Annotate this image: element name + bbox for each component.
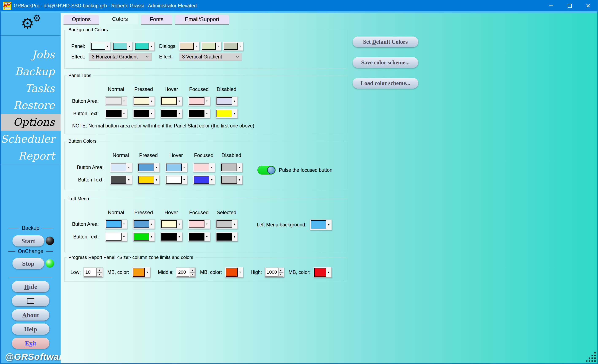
- spin-up-button[interactable]: ▲: [278, 268, 283, 272]
- dropdown-arrow-icon: ▼: [205, 110, 209, 117]
- svg-text:P: P: [3, 5, 5, 8]
- exit-button[interactable]: Exit: [12, 338, 49, 349]
- sidebar-separator: [9, 277, 52, 277]
- sidebar-item-jobs[interactable]: Jobs: [1, 46, 61, 63]
- paneltab-text-hover-swatch[interactable]: ▼: [160, 109, 182, 118]
- spin-up-button[interactable]: ▲: [190, 268, 195, 272]
- paneltab-text-disabled-swatch[interactable]: ▼: [216, 109, 238, 118]
- pulse-focused-toggle[interactable]: [257, 166, 275, 174]
- dropdown-arrow-icon: ▼: [326, 268, 331, 277]
- leftmenu-text-selected-swatch[interactable]: ▼: [216, 232, 238, 241]
- tab-bar: Options Colors Fonts Email/Support: [64, 14, 229, 25]
- feedback-button[interactable]: [12, 295, 49, 306]
- title-bar: P GRBackPro - d:\@GR\HD-SSD-backup.grb -…: [1, 0, 597, 11]
- resize-grip[interactable]: [586, 352, 596, 362]
- leftmenu-text-focused-swatch[interactable]: ▼: [188, 232, 210, 241]
- sidebar-item-report[interactable]: Report: [1, 148, 61, 164]
- high-color-swatch[interactable]: ▼: [313, 267, 332, 277]
- low-color-swatch[interactable]: ▼: [132, 267, 150, 277]
- about-button[interactable]: About: [12, 309, 49, 321]
- close-icon: ✕: [586, 2, 590, 9]
- panel-end-color-swatch[interactable]: ▼: [134, 42, 154, 51]
- brand-label: @GRSoftware: [5, 352, 68, 362]
- middle-color-swatch[interactable]: ▼: [225, 267, 243, 277]
- save-color-scheme-button[interactable]: Save color scheme...: [353, 57, 418, 68]
- button-text-pressed-swatch[interactable]: ▼: [138, 175, 159, 184]
- dialog-start-color-swatch[interactable]: ▼: [179, 42, 199, 51]
- mb-color-label: MB, color:: [289, 269, 311, 275]
- leftmenu-area-normal-swatch[interactable]: ▼: [105, 219, 127, 229]
- leftmenu-area-selected-swatch[interactable]: ▼: [216, 219, 238, 229]
- panel-middle-color-swatch[interactable]: ▼: [112, 42, 133, 51]
- maximize-button[interactable]: [560, 0, 579, 11]
- spin-down-button[interactable]: ▼: [190, 273, 195, 277]
- paneltab-area-focused-swatch[interactable]: ▼: [188, 96, 210, 106]
- button-area-pressed-swatch[interactable]: ▼: [138, 163, 159, 172]
- spin-up-button[interactable]: ▲: [97, 268, 102, 272]
- leftmenu-area-hover-swatch[interactable]: ▼: [160, 219, 182, 229]
- close-button[interactable]: ✕: [579, 0, 597, 11]
- leftmenu-area-pressed-swatch[interactable]: ▼: [133, 219, 155, 229]
- low-mb-input[interactable]: [84, 268, 97, 277]
- button-area-hover-swatch[interactable]: ▼: [165, 163, 187, 172]
- leftmenu-area-focused-swatch[interactable]: ▼: [188, 219, 210, 229]
- high-mb-spinner: ▲▼: [265, 267, 284, 277]
- sidebar-item-backup[interactable]: Backup: [1, 63, 61, 80]
- left-menu-background-swatch[interactable]: ▼: [310, 219, 332, 230]
- dialog-middle-color-swatch[interactable]: ▼: [201, 42, 221, 51]
- middle-mb-input[interactable]: [177, 268, 189, 277]
- window-controls: ✕: [542, 0, 597, 11]
- button-text-disabled-swatch[interactable]: ▼: [221, 175, 242, 184]
- dialog-end-color-swatch[interactable]: ▼: [223, 42, 243, 51]
- sidebar-item-restore[interactable]: Restore: [1, 97, 61, 114]
- tab-email-support[interactable]: Email/Support: [175, 15, 229, 25]
- stop-button[interactable]: Stop: [12, 258, 44, 269]
- hide-button[interactable]: Hide: [12, 281, 49, 292]
- sidebar-item-tasks[interactable]: Tasks: [1, 80, 61, 97]
- help-button[interactable]: Help: [12, 323, 49, 335]
- button-text-normal-swatch[interactable]: ▼: [110, 175, 132, 184]
- middle-label: Middle:: [158, 269, 174, 275]
- panel-start-color-swatch[interactable]: ▼: [90, 42, 111, 51]
- tab-options[interactable]: Options: [64, 15, 99, 25]
- dropdown-arrow-icon: ▼: [127, 43, 132, 50]
- set-default-colors-button[interactable]: Set Default Colors: [353, 36, 418, 47]
- dropdown-arrow-icon: ▼: [122, 110, 126, 117]
- dropdown-arrow-icon: ▼: [150, 110, 154, 117]
- spin-down-button[interactable]: ▼: [97, 273, 102, 277]
- sidebar-item-scheduler[interactable]: Scheduler: [1, 131, 61, 148]
- button-area-focused-swatch[interactable]: ▼: [193, 163, 215, 172]
- minimize-button[interactable]: [542, 0, 560, 11]
- left-menu-title: Left Menu: [67, 196, 91, 201]
- paneltab-area-hover-swatch[interactable]: ▼: [160, 96, 182, 106]
- low-mb-spinner: ▲▼: [83, 267, 103, 277]
- leftmenu-text-pressed-swatch[interactable]: ▼: [133, 232, 155, 241]
- paneltab-area-disabled-swatch[interactable]: ▼: [216, 96, 238, 106]
- button-text-focused-swatch[interactable]: ▼: [193, 175, 215, 184]
- leftmenu-text-hover-swatch[interactable]: ▼: [160, 232, 182, 241]
- tab-colors[interactable]: Colors: [102, 14, 138, 25]
- start-button[interactable]: Start: [12, 235, 44, 247]
- paneltab-text-focused-swatch[interactable]: ▼: [188, 109, 210, 118]
- leftmenu-text-normal-swatch[interactable]: ▼: [105, 232, 127, 241]
- high-mb-input[interactable]: [265, 268, 278, 277]
- left-menu-background-label: Left Menu background:: [255, 222, 306, 228]
- dropdown-arrow-icon: ▼: [145, 268, 150, 277]
- tab-fonts[interactable]: Fonts: [141, 15, 172, 25]
- sidebar-item-options[interactable]: Options: [1, 114, 61, 131]
- panel-effect-select[interactable]: 3 Horizontal Gradient: [89, 53, 151, 61]
- dropdown-arrow-icon: ▼: [237, 164, 242, 171]
- button-area-normal-swatch[interactable]: ▼: [110, 163, 132, 172]
- left-menu-group: Left Menu NormalPressedHoverFocusedSelec…: [64, 196, 347, 252]
- paneltab-area-pressed-swatch[interactable]: ▼: [133, 96, 155, 106]
- button-area-label: Button Area:: [65, 98, 102, 104]
- low-label: Low:: [70, 269, 81, 275]
- button-area-disabled-swatch[interactable]: ▼: [221, 163, 242, 172]
- paneltab-text-pressed-swatch[interactable]: ▼: [133, 109, 155, 118]
- dropdown-arrow-icon: ▼: [233, 233, 237, 240]
- spin-down-button[interactable]: ▼: [278, 273, 283, 277]
- load-color-scheme-button[interactable]: Load color scheme...: [353, 78, 418, 89]
- dialogs-effect-select[interactable]: 3 Vertical Gradient: [179, 53, 242, 61]
- button-text-hover-swatch[interactable]: ▼: [165, 175, 187, 184]
- paneltab-text-normal-swatch[interactable]: ▼: [105, 109, 127, 118]
